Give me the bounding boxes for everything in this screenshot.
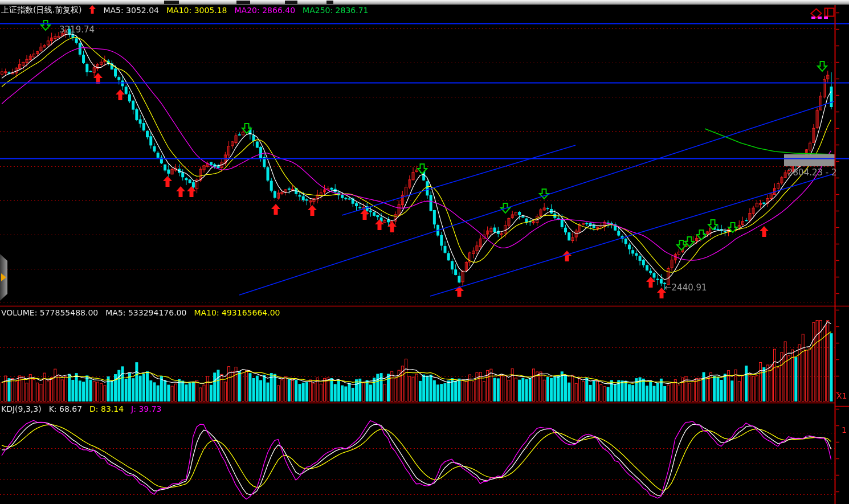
- scrollbar-notch: [236, 1, 250, 4]
- kdj-scale-label: 1: [842, 425, 847, 435]
- top-scrollbar[interactable]: [0, 0, 849, 5]
- magenta-dot: [824, 17, 828, 19]
- low-price-label: ←2440.91: [664, 282, 707, 293]
- peak-price-label: 3219.74: [59, 24, 95, 35]
- kdj-header: KDJ(9,3,3) K: 68.67 D: 83.14 J: 39.73: [1, 404, 161, 413]
- magenta-dot: [811, 17, 815, 19]
- candlestick-chart-canvas[interactable]: [0, 0, 849, 504]
- kdj-title: KDJ(9,3,3): [1, 404, 42, 413]
- symbol-title: 上证指数(日线.前复权): [1, 5, 81, 15]
- ma250-value: MA250: 2836.71: [303, 6, 368, 15]
- stock-app-window: 上证指数(日线.前复权) MA5: 3052.04 MA10: 3005.18 …: [0, 0, 849, 504]
- scrollbar-notch: [164, 1, 179, 4]
- kdj-d-value: D: 83.14: [89, 404, 124, 413]
- kdj-k-value: K: 68.67: [49, 404, 82, 413]
- vol-ma5-value: MA5: 533294176.00: [105, 308, 186, 317]
- volume-header: VOLUME: 577855488.00 MA5: 533294176.00 M…: [1, 308, 280, 317]
- ma20-value: MA20: 2866.40: [235, 6, 296, 15]
- up-arrow-icon: [89, 5, 96, 15]
- kdj-j-value: J: 39.73: [131, 404, 161, 413]
- ellipsis-marker: [811, 17, 828, 19]
- volume-value: VOLUME: 577855488.00: [1, 308, 98, 317]
- sidebar-expand-tab[interactable]: [0, 254, 7, 301]
- expand-arrow-icon: [1, 273, 6, 281]
- ma5-value: MA5: 3052.04: [103, 6, 159, 15]
- x1-indicator-label: X1: [836, 391, 847, 400]
- diamond-tool-icon[interactable]: [810, 8, 822, 21]
- scrollbar-notch: [285, 1, 297, 4]
- main-chart-header: 上证指数(日线.前复权) MA5: 3052.04 MA10: 3005.18 …: [1, 5, 369, 15]
- price-range-label: 2804.23 - 2: [787, 167, 848, 178]
- magenta-dot: [818, 17, 822, 19]
- ma10-value: MA10: 3005.18: [166, 6, 227, 15]
- vol-ma10-value: MA10: 493165664.00: [194, 308, 280, 317]
- scrollbar-notch: [326, 1, 333, 4]
